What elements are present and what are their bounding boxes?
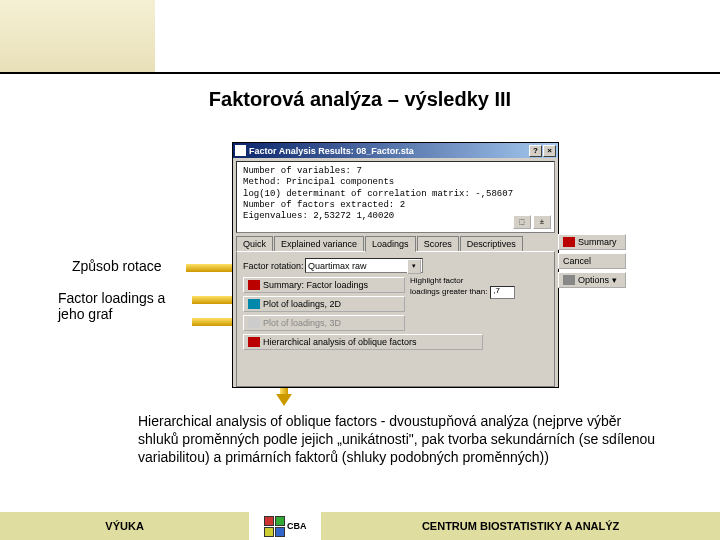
summary-button[interactable]: Summary (558, 234, 626, 250)
arrow-loadings-2 (192, 318, 236, 326)
dialog-title: Factor Analysis Results: 08_Factor.sta (249, 146, 528, 156)
page-title: Faktorová analýza – výsledky III (0, 88, 720, 111)
summary-icon (248, 280, 260, 290)
info-line: Number of variables: 7 (243, 166, 548, 177)
plot2d-icon (248, 299, 260, 309)
body-explanation: Hierarchical analysis of oblique factors… (138, 412, 660, 467)
plot-3d-button[interactable]: Plot of loadings, 3D (243, 315, 405, 331)
help-button[interactable]: ? (529, 145, 542, 157)
hierarchical-analysis-button[interactable]: Hierarchical analysis of oblique factors (243, 334, 483, 350)
tab-panel: Factor rotation: Quartimax raw Summary: … (236, 251, 555, 387)
summary-factor-loadings-button[interactable]: Summary: Factor loadings (243, 277, 405, 293)
tab-strip: Quick Explained variance Loadings Scores… (236, 236, 555, 251)
expand-button[interactable]: ⬚ (513, 215, 531, 229)
factor-rotation-label: Factor rotation: (243, 261, 305, 271)
app-icon (235, 145, 246, 156)
hier-icon (248, 337, 260, 347)
footer-right: CENTRUM BIOSTATISTIKY A ANALÝZ (321, 512, 720, 540)
footer: VÝUKA CBA CENTRUM BIOSTATISTIKY A ANALÝZ (0, 512, 720, 540)
footer-left: VÝUKA (0, 512, 249, 540)
factor-analysis-dialog: Factor Analysis Results: 08_Factor.sta ?… (232, 142, 559, 388)
annotation-loadings: Factor loadings a jeho graf (58, 290, 188, 322)
summary-side-icon (563, 237, 575, 247)
tab-scores[interactable]: Scores (417, 236, 459, 251)
plot3d-icon (248, 318, 260, 328)
side-buttons: Summary Cancel Options ▾ (558, 234, 626, 291)
options-icon (563, 275, 575, 285)
collapse-button[interactable]: ± (533, 215, 551, 229)
highlight-threshold-input[interactable]: ,7 (490, 286, 515, 299)
cancel-button[interactable]: Cancel (558, 253, 626, 269)
tab-quick[interactable]: Quick (236, 236, 273, 251)
info-panel: Number of variables: 7 Method: Principal… (236, 161, 555, 233)
header-gradient (0, 0, 155, 72)
annotation-rotace: Způsob rotace (72, 258, 162, 274)
info-line: Method: Principal components (243, 177, 548, 188)
tab-descriptives[interactable]: Descriptives (460, 236, 523, 251)
info-line: log(10) determinant of correlation matri… (243, 189, 548, 200)
info-line: Eigenvalues: 2,53272 1,40020 (243, 211, 548, 222)
header-rule (0, 72, 720, 74)
options-button[interactable]: Options ▾ (558, 272, 626, 288)
factor-rotation-select[interactable]: Quartimax raw (305, 258, 423, 273)
footer-logo: CBA (249, 512, 321, 540)
info-line: Number of factors extracted: 2 (243, 200, 548, 211)
close-button[interactable]: × (543, 145, 556, 157)
plot-2d-button[interactable]: Plot of loadings, 2D (243, 296, 405, 312)
arrow-rotace (186, 264, 236, 272)
highlight-group: Highlight factor loadings greater than: … (410, 277, 515, 299)
arrow-loadings-1 (192, 296, 236, 304)
dialog-titlebar[interactable]: Factor Analysis Results: 08_Factor.sta ?… (233, 143, 558, 158)
tab-explained-variance[interactable]: Explained variance (274, 236, 364, 251)
tab-loadings[interactable]: Loadings (365, 236, 416, 252)
